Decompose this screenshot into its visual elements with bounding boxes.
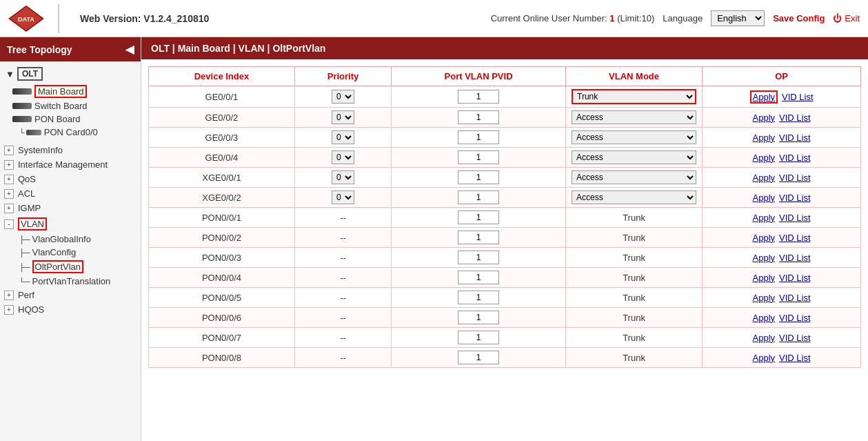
cell-vlan-mode-4[interactable]: TrunkAccessHybrid <box>566 168 703 188</box>
cell-priority-3[interactable]: 01234567 <box>294 148 391 168</box>
pvid-input-2[interactable] <box>458 130 499 144</box>
nav-item-perf[interactable]: + Perf <box>0 288 141 302</box>
vid-list-link-3[interactable]: VID List <box>779 153 811 163</box>
apply-button-5[interactable]: Apply <box>753 193 776 203</box>
vid-list-link-6[interactable]: VID List <box>779 213 811 223</box>
apply-button-12[interactable]: Apply <box>753 333 776 343</box>
apply-button-1[interactable]: Apply <box>753 112 776 123</box>
apply-button-0[interactable]: Apply <box>750 90 778 104</box>
vid-list-link-12[interactable]: VID List <box>779 333 811 343</box>
priority-select-0[interactable]: 01234567 <box>332 90 354 104</box>
pvid-input-0[interactable] <box>458 90 499 104</box>
apply-button-8[interactable]: Apply <box>753 253 776 263</box>
nav-item-hqos[interactable]: + HQOS <box>0 302 141 317</box>
nav-sub-port-vlan-translation[interactable]: └─ PortVlanTranslation <box>0 275 141 288</box>
tree-node-pon-card[interactable]: └ PON Card0/0 <box>3 126 138 139</box>
vlan-mode-select-1[interactable]: TrunkAccessHybrid <box>572 110 696 124</box>
vlan-mode-select-4[interactable]: TrunkAccessHybrid <box>572 170 696 184</box>
pvid-input-6[interactable] <box>458 210 499 224</box>
pvid-input-1[interactable] <box>458 110 499 124</box>
tree-node-pon-board[interactable]: PON Board <box>3 112 138 126</box>
collapse-arrow-icon[interactable]: ◀ <box>125 43 134 56</box>
tree-node-main-board[interactable]: Main Board <box>3 84 138 99</box>
pvid-input-12[interactable] <box>458 331 499 344</box>
vid-list-link-2[interactable]: VID List <box>779 133 811 143</box>
cell-op-6: ApplyVID List <box>703 208 861 228</box>
cell-priority-4[interactable]: 01234567 <box>294 168 391 188</box>
cell-priority-0[interactable]: 01234567 <box>294 86 391 108</box>
qos-label: QoS <box>18 174 36 184</box>
priority-select-3[interactable]: 01234567 <box>332 150 354 164</box>
apply-button-3[interactable]: Apply <box>753 153 776 163</box>
vid-list-link-10[interactable]: VID List <box>779 293 811 303</box>
cell-vlan-mode-13: Trunk <box>566 348 703 368</box>
pvid-input-4[interactable] <box>458 170 499 184</box>
priority-select-5[interactable]: 01234567 <box>332 190 354 204</box>
cell-priority-5[interactable]: 01234567 <box>294 188 391 208</box>
priority-select-2[interactable]: 01234567 <box>332 130 354 144</box>
pvid-input-10[interactable] <box>458 291 499 304</box>
apply-button-11[interactable]: Apply <box>753 313 776 323</box>
nav-sub-olt-port-vlan[interactable]: ├─ OltPortVlan <box>0 259 141 275</box>
pvid-input-9[interactable] <box>458 271 499 284</box>
cell-vlan-mode-3[interactable]: TrunkAccessHybrid <box>566 148 703 168</box>
cell-pvid-5 <box>392 188 566 208</box>
nav-item-systeminfo[interactable]: + SystemInfo <box>0 143 141 157</box>
apply-button-7[interactable]: Apply <box>753 233 776 243</box>
tree-node-switch-board[interactable]: Switch Board <box>3 99 138 112</box>
tree-node-olt[interactable]: ▼ OLT <box>3 66 138 82</box>
apply-button-4[interactable]: Apply <box>753 173 776 183</box>
priority-select-4[interactable]: 01234567 <box>332 170 354 184</box>
olt-port-vlan-label: OltPortVlan <box>32 260 83 273</box>
vid-list-link-5[interactable]: VID List <box>779 193 811 203</box>
cell-pvid-7 <box>392 228 566 248</box>
apply-button-10[interactable]: Apply <box>753 293 776 303</box>
nav-item-qos[interactable]: + QoS <box>0 172 141 186</box>
vid-list-link-8[interactable]: VID List <box>779 253 811 263</box>
save-config-button[interactable]: Save Config <box>773 13 825 23</box>
vlan-mode-select-3[interactable]: TrunkAccessHybrid <box>572 150 696 164</box>
language-select[interactable]: English Chinese <box>711 10 765 26</box>
pvid-input-3[interactable] <box>458 150 499 164</box>
pvid-input-8[interactable] <box>458 251 499 264</box>
nav-item-vlan[interactable]: - VLAN <box>0 215 141 233</box>
cell-vlan-mode-6: Trunk <box>566 208 703 228</box>
vlan-mode-select-0[interactable]: TrunkAccessHybrid <box>572 89 696 104</box>
vid-list-link-9[interactable]: VID List <box>779 273 811 283</box>
expand-acl-icon: + <box>4 189 14 199</box>
col-device-index: Device Index <box>149 67 295 86</box>
nav-item-igmp[interactable]: + IGMP <box>0 201 141 215</box>
vid-list-link-4[interactable]: VID List <box>779 173 811 183</box>
vlan-mode-select-2[interactable]: TrunkAccessHybrid <box>572 130 696 144</box>
pvid-input-5[interactable] <box>458 190 499 204</box>
nav-sub-vlan-global[interactable]: ├─ VlanGlobalInfo <box>0 233 141 246</box>
pon-card-icon <box>26 130 41 135</box>
vid-list-link-13[interactable]: VID List <box>779 353 811 363</box>
cell-vlan-mode-1[interactable]: TrunkAccessHybrid <box>566 108 703 128</box>
pvid-input-13[interactable] <box>458 351 499 364</box>
cell-vlan-mode-2[interactable]: TrunkAccessHybrid <box>566 128 703 148</box>
nav-item-interface-mgmt[interactable]: + Interface Management <box>0 157 141 172</box>
apply-button-2[interactable]: Apply <box>753 133 776 143</box>
exit-button[interactable]: ⏻ Exit <box>833 13 860 23</box>
vlan-mode-select-5[interactable]: TrunkAccessHybrid <box>572 190 696 204</box>
vid-list-link-7[interactable]: VID List <box>779 233 811 243</box>
apply-button-9[interactable]: Apply <box>753 273 776 283</box>
table-row: XGE0/0/201234567TrunkAccessHybridApplyVI… <box>149 188 861 208</box>
cell-priority-1[interactable]: 01234567 <box>294 108 391 128</box>
vid-list-link-0[interactable]: VID List <box>782 92 814 102</box>
cell-vlan-mode-0[interactable]: TrunkAccessHybrid <box>566 86 703 108</box>
table-row: GE0/0/101234567TrunkAccessHybridApplyVID… <box>149 86 861 108</box>
cell-priority-2[interactable]: 01234567 <box>294 128 391 148</box>
pvid-input-11[interactable] <box>458 311 499 324</box>
priority-select-1[interactable]: 01234567 <box>332 110 354 124</box>
vid-list-link-11[interactable]: VID List <box>779 313 811 323</box>
version-label: Web Version: V1.2.4_210810 <box>80 13 209 24</box>
cell-vlan-mode-5[interactable]: TrunkAccessHybrid <box>566 188 703 208</box>
vid-list-link-1[interactable]: VID List <box>779 112 811 123</box>
pvid-input-7[interactable] <box>458 231 499 244</box>
apply-button-6[interactable]: Apply <box>753 213 776 223</box>
apply-button-13[interactable]: Apply <box>753 353 776 363</box>
nav-sub-vlan-config[interactable]: ├─ VlanConfig <box>0 246 141 259</box>
nav-item-acl[interactable]: + ACL <box>0 186 141 201</box>
